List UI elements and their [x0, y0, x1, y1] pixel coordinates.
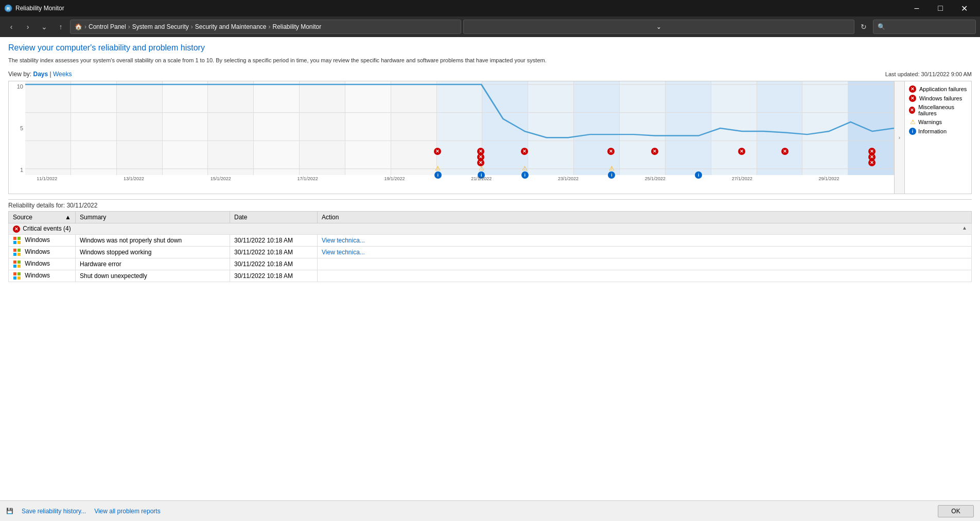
- row4-summary: Shut down unexpectedly: [76, 270, 230, 282]
- x-label-4: [155, 175, 199, 194]
- x-label-15: 25/1/2022: [634, 175, 677, 194]
- back-button[interactable]: ‹: [4, 20, 19, 34]
- app-icon: R: [4, 4, 12, 12]
- forward-button[interactable]: ›: [21, 20, 35, 34]
- details-table: Source ▲ Summary Date Action ✕ Critical …: [8, 211, 972, 282]
- critical-events-header: ✕ Critical events (4) ▲: [9, 223, 972, 235]
- path-system-security: System and Security: [132, 23, 189, 30]
- table-row: Windows Windows was not properly shut do…: [9, 235, 972, 247]
- maximize-button[interactable]: □: [929, 0, 952, 16]
- legend-misc-fail-icon: ✕: [909, 107, 915, 114]
- row4-source: Windows: [9, 270, 76, 282]
- x-label-2: [68, 175, 112, 194]
- up-button[interactable]: ↑: [54, 20, 68, 34]
- legend-warnings: ⚠ Warnings: [909, 118, 967, 126]
- legend-info-icon: i: [909, 128, 916, 135]
- svg-rect-18: [13, 272, 16, 275]
- x-label-18: [764, 175, 807, 194]
- search-icon: 🔍: [878, 23, 885, 30]
- row2-summary: Windows stopped working: [76, 247, 230, 258]
- row2-action[interactable]: View technica...: [318, 247, 972, 258]
- svg-rect-6: [13, 237, 16, 240]
- critical-section-icon: ✕: [13, 225, 20, 233]
- close-button[interactable]: ✕: [952, 0, 976, 16]
- view-reports-link[interactable]: View all problem reports: [94, 508, 161, 515]
- windows-icon-3: [13, 260, 21, 268]
- x-label-3: 13/1/2022: [112, 175, 155, 194]
- x-label-7: 17/1/2022: [286, 175, 329, 194]
- col-date: Date: [230, 212, 318, 223]
- legend-information: i Information: [909, 128, 967, 135]
- svg-rect-7: [18, 237, 21, 240]
- view-by-weeks[interactable]: Weeks: [53, 71, 72, 78]
- row2-source: Windows: [9, 247, 76, 258]
- svg-rect-11: [18, 249, 21, 252]
- dropdown-button[interactable]: ⌄: [37, 20, 51, 34]
- legend-win-fail-icon: ✕: [909, 95, 916, 102]
- row1-summary: Windows was not properly shut down: [76, 235, 230, 247]
- x-label-1: 11/1/2022: [25, 175, 68, 194]
- ok-button[interactable]: OK: [938, 505, 974, 517]
- windows-icon-1: [13, 236, 21, 245]
- windows-icon-2: [13, 248, 21, 256]
- x-label-14: [590, 175, 633, 194]
- col-action: Action: [318, 212, 972, 223]
- svg-rect-17: [18, 265, 21, 268]
- critical-events-section[interactable]: ✕ Critical events (4) ▲: [9, 223, 972, 235]
- y-label-1: 1: [11, 167, 23, 173]
- svg-rect-20: [13, 276, 16, 280]
- main-content: Review your computer's reliability and p…: [0, 37, 980, 521]
- legend-app-failures: ✕ Application failures: [909, 85, 967, 93]
- minimize-button[interactable]: –: [905, 0, 929, 16]
- legend-app-fail-icon: ✕: [909, 85, 916, 93]
- view-by-days[interactable]: Days: [33, 71, 48, 78]
- y-label-10: 10: [11, 83, 23, 90]
- view-by-controls: View by: Days | Weeks: [8, 71, 72, 78]
- table-row: Windows Windows stopped working 30/11/20…: [9, 247, 972, 258]
- legend-information-label: Information: [918, 128, 947, 134]
- row3-summary: Hardware error: [76, 258, 230, 270]
- legend-misc-failures-label: Miscellaneous failures: [918, 104, 967, 116]
- search-box[interactable]: 🔍: [873, 20, 976, 34]
- row4-action: [318, 270, 972, 282]
- reliability-chart[interactable]: 10 5 1: [8, 81, 972, 194]
- address-bar: ‹ › ⌄ ↑ 🏠 › Control Panel › System and S…: [0, 16, 980, 37]
- row1-action[interactable]: View technica...: [318, 235, 972, 247]
- row3-action: [318, 258, 972, 270]
- svg-rect-14: [13, 260, 16, 264]
- details-header: Reliability details for: 30/11/2022: [8, 199, 972, 211]
- save-icon: 💾: [6, 508, 13, 514]
- row1-action-link[interactable]: View technica...: [322, 237, 365, 244]
- view-by-label: View by:: [8, 71, 31, 78]
- x-label-20: [851, 175, 894, 194]
- svg-rect-15: [18, 260, 21, 264]
- x-label-6: [242, 175, 286, 194]
- address-path[interactable]: 🏠 › Control Panel › System and Security …: [70, 20, 461, 34]
- path-sep-1: ›: [84, 23, 86, 30]
- details-table-container: Source ▲ Summary Date Action ✕ Critical …: [8, 211, 972, 282]
- row2-action-link[interactable]: View technica...: [322, 249, 365, 256]
- legend-app-failures-label: Application failures: [919, 86, 967, 92]
- svg-rect-13: [18, 253, 21, 256]
- collapse-button[interactable]: ▲: [962, 225, 967, 231]
- page-title: Review your computer's reliability and p…: [8, 43, 972, 53]
- refresh-button[interactable]: ↻: [856, 20, 871, 34]
- row1-source: Windows: [9, 235, 76, 247]
- legend-warn-icon: ⚠: [909, 118, 916, 126]
- dropdown-path[interactable]: ⌄: [463, 20, 854, 34]
- chart-main-area[interactable]: ✕ ✕ ✕ ✕ ✕ ✕ ✕ ✕: [25, 81, 894, 194]
- legend-win-failures: ✕ Windows failures: [909, 95, 967, 102]
- svg-rect-16: [13, 265, 16, 268]
- x-label-13: 23/1/2022: [547, 175, 590, 194]
- svg-rect-10: [13, 249, 16, 252]
- path-home-icon: 🏠: [75, 23, 82, 30]
- svg-rect-12: [13, 253, 16, 256]
- chart-y-axis: 10 5 1: [9, 81, 25, 194]
- view-by-bar: View by: Days | Weeks Last updated: 30/1…: [8, 71, 972, 78]
- bottom-links: 💾 Save reliability history... View all p…: [6, 508, 161, 515]
- window-controls: – □ ✕: [905, 0, 976, 16]
- chart-nav-right[interactable]: ›: [894, 81, 904, 194]
- x-label-11: 21/1/2022: [460, 175, 503, 194]
- row2-date: 30/11/2022 10:18 AM: [230, 247, 318, 258]
- save-reliability-link[interactable]: Save reliability history...: [22, 508, 86, 515]
